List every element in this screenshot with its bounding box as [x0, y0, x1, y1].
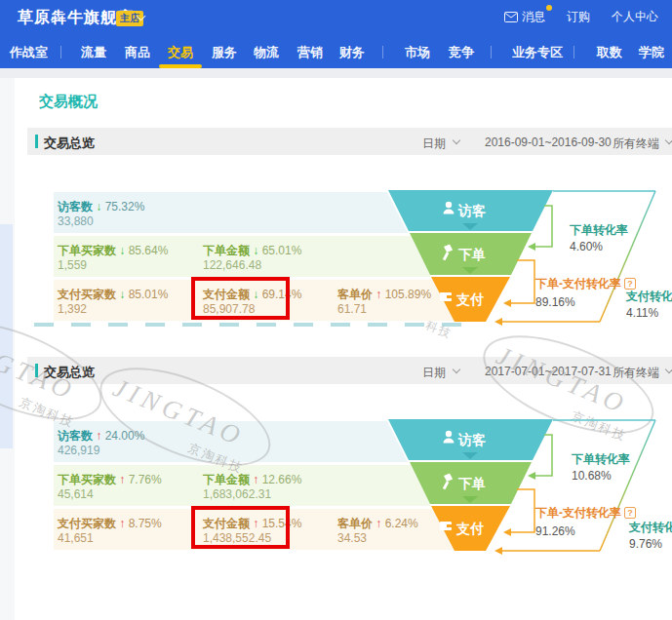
order-pay-rate-value: 89.16%	[535, 295, 575, 309]
nav-item-competition[interactable]: 竞争	[449, 44, 474, 61]
main-nav: 作战室 流量 商品 交易 服务 物流 营销 财务 市场 竞争 业务专区 取数 学…	[0, 34, 672, 68]
arrow-left-icon	[494, 547, 502, 555]
order-pay-rate-label: 下单-支付转化率?	[535, 505, 636, 522]
date-filter-label[interactable]: 日期	[422, 365, 446, 381]
nav-item-battle-room[interactable]: 作战室	[10, 44, 48, 61]
panel-title: 交易总览	[44, 364, 95, 381]
nav-item-products[interactable]: 商品	[125, 44, 150, 61]
notification-dot	[546, 5, 552, 11]
order-pay-rate-value: 91.26%	[535, 524, 575, 538]
page-title: 交易概况	[39, 93, 98, 111]
nav-item-traffic[interactable]: 流量	[81, 44, 106, 61]
date-filter-label[interactable]: 日期	[422, 136, 446, 152]
order-rate-label: 下单转化率	[570, 222, 628, 239]
profile-link[interactable]: 个人中心	[612, 9, 658, 25]
top-bar: 草原犇牛旗舰店 主店 消息 订购 个人中心	[0, 0, 672, 34]
order-pay-rate-label: 下单-支付转化率?	[535, 276, 636, 292]
stage-label: 支付	[455, 521, 484, 536]
arrow-left-icon	[528, 243, 535, 251]
pay-wallet-icon	[440, 292, 452, 301]
nav-item-marketing[interactable]: 营销	[297, 44, 323, 61]
nav-separator	[491, 46, 492, 58]
pay-rate-value: 9.76%	[629, 537, 662, 551]
panel-title: 交易总览	[44, 135, 95, 152]
messages-link[interactable]: 消息	[504, 9, 545, 25]
messages-label: 消息	[522, 9, 545, 25]
trend-down-icon: ↓	[119, 244, 125, 257]
highlight-box	[191, 277, 290, 320]
arrow-left-icon	[528, 472, 535, 480]
pay-wallet-icon	[440, 522, 452, 530]
trend-up-icon: ↑	[119, 517, 125, 530]
nav-item-service[interactable]: 服务	[212, 44, 237, 61]
nav-item-business-zone[interactable]: 业务专区	[512, 44, 563, 61]
arrow-left-icon	[503, 299, 511, 307]
nav-item-finance[interactable]: 财务	[339, 44, 365, 61]
stage-label: 访客	[457, 432, 487, 447]
nav-separator	[382, 46, 383, 58]
page-gutter	[0, 78, 15, 620]
order-rate-value: 4.60%	[570, 240, 603, 253]
arrow-left-icon	[494, 318, 502, 326]
date-range-value[interactable]: 2017-07-01~2017-07-31	[485, 365, 612, 378]
chevron-down-icon[interactable]	[453, 366, 460, 373]
nav-item-data[interactable]: 取数	[597, 44, 622, 61]
stage-label: 下单	[457, 476, 486, 491]
terminal-select[interactable]: 所有终端	[613, 365, 659, 381]
order-rate-value: 10.68%	[572, 469, 612, 483]
stage-label: 访客	[457, 203, 487, 218]
order-rate-label: 下单转化率	[572, 451, 630, 468]
pay-rate-label: 支付转化率	[626, 289, 672, 305]
nav-item-trade[interactable]: 交易	[168, 44, 193, 61]
nav-separator	[60, 46, 61, 58]
trend-up-icon: ↑	[253, 473, 258, 486]
pay-rate-label: 支付转化率	[629, 520, 672, 536]
stage-label: 支付	[455, 291, 484, 307]
trend-down-icon: ↓	[119, 288, 125, 301]
nav-item-academy[interactable]: 学院	[639, 44, 664, 61]
chevron-down-icon[interactable]	[665, 136, 672, 144]
panel-header: 交易总览 日期 2017-07-01~2017-07-31 所有终端	[27, 357, 672, 384]
stage-label: 下单	[457, 247, 486, 262]
highlight-box	[191, 506, 290, 549]
arrow-left-icon	[503, 528, 511, 536]
envelope-icon	[504, 12, 518, 22]
terminal-select[interactable]: 所有终端	[613, 136, 659, 152]
trend-up-icon: ↑	[119, 473, 125, 486]
accent-bar	[35, 364, 38, 377]
divider-strip	[0, 68, 672, 78]
trend-down-icon: ↓	[96, 200, 101, 213]
pay-rate-value: 4.11%	[626, 306, 658, 320]
nav-item-market[interactable]: 市场	[405, 44, 430, 61]
date-range-value[interactable]: 2016-09-01~2016-09-30	[485, 136, 612, 149]
trend-down-icon: ↓	[253, 244, 258, 257]
orders-link[interactable]: 订购	[567, 9, 590, 25]
chevron-down-icon[interactable]	[665, 366, 672, 373]
accent-bar	[35, 135, 38, 148]
chevron-down-icon[interactable]	[453, 136, 460, 144]
nav-item-logistics[interactable]: 物流	[254, 44, 279, 61]
seller-dashboard: 草原犇牛旗舰店 主店 消息 订购 个人中心 作战室 流量 商品 交易 服务 物流…	[0, 0, 672, 620]
nav-separator	[573, 46, 574, 58]
help-icon[interactable]: ?	[624, 507, 636, 519]
panel-header: 交易总览 日期 2016-09-01~2016-09-30 所有终端	[27, 128, 672, 155]
trend-up-icon: ↑	[96, 429, 101, 443]
